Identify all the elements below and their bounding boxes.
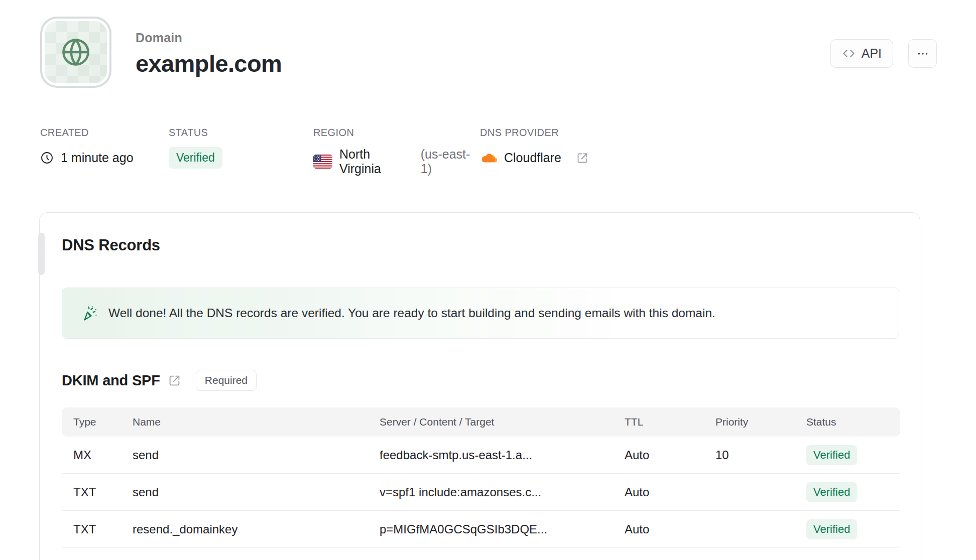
cell-type: TXT (73, 485, 133, 499)
page-header: Domain example.com API (0, 0, 976, 88)
meta-status: STATUS Verified (169, 127, 313, 176)
region-label: REGION (313, 127, 480, 138)
column-header-priority: Priority (715, 416, 806, 428)
page-eyebrow: Domain (136, 31, 282, 45)
more-options-button[interactable] (908, 39, 937, 68)
dns-records-card: DNS Records Well done! All the DNS recor… (39, 212, 920, 560)
dkim-spf-title: DKIM and SPF (62, 372, 160, 389)
record-status-badge: Verified (806, 482, 857, 502)
cell-type: TXT (73, 522, 133, 536)
cell-name: resend._domainkey (133, 522, 380, 536)
domain-avatar (40, 17, 111, 88)
status-label: STATUS (169, 127, 313, 138)
party-popper-icon (81, 305, 98, 322)
meta-created: CREATED 1 minute ago (40, 127, 169, 176)
record-status-badge: Verified (806, 445, 857, 465)
dns-provider-label: DNS PROVIDER (480, 127, 588, 138)
table-header-row: Type Name Server / Content / Target TTL … (62, 407, 900, 437)
success-banner: Well done! All the DNS records are verif… (62, 288, 899, 339)
cell-ttl: Auto (625, 485, 715, 499)
clock-icon (40, 151, 54, 165)
record-status-badge: Verified (806, 519, 857, 539)
cloudflare-icon (480, 152, 497, 164)
status-badge: Verified (169, 147, 222, 169)
cell-server: v=spf1 include:amazonses.c... (380, 485, 625, 499)
cell-server: p=MIGfMA0GCSqGSIb3DQE... (380, 522, 625, 536)
cell-name: send (133, 448, 380, 462)
table-row[interactable]: TXT resend._domainkey p=MIGfMA0GCSqGSIb3… (62, 511, 900, 548)
dns-provider-value: Cloudflare (504, 151, 561, 165)
created-value: 1 minute ago (61, 151, 134, 165)
dns-records-table: Type Name Server / Content / Target TTL … (62, 407, 900, 548)
cell-ttl: Auto (625, 522, 715, 536)
column-header-ttl: TTL (625, 416, 715, 428)
header-actions: API (830, 17, 937, 68)
table-row[interactable]: TXT send v=spf1 include:amazonses.c... A… (62, 474, 900, 511)
dkim-spf-section-head: DKIM and SPF Required (62, 370, 899, 391)
domain-detail-page: Domain example.com API (0, 0, 976, 560)
ellipsis-icon (916, 47, 929, 60)
us-flag-icon (313, 155, 332, 169)
region-value: North Virginia (339, 147, 414, 176)
table-row[interactable]: MX send feedback-smtp.us-east-1.a... Aut… (62, 437, 900, 474)
cell-priority: 10 (715, 448, 806, 462)
cell-server: feedback-smtp.us-east-1.a... (380, 448, 625, 462)
dkim-spf-external-link-icon[interactable] (168, 374, 181, 387)
region-code: (us-east-1) (421, 147, 480, 176)
cell-name: send (133, 485, 380, 499)
card-accent-pill (38, 233, 45, 275)
domain-meta-row: CREATED 1 minute ago STATUS Verified REG… (0, 127, 976, 176)
cell-ttl: Auto (625, 448, 715, 462)
globe-icon (60, 36, 92, 68)
api-button[interactable]: API (830, 39, 893, 68)
column-header-status: Status (806, 416, 900, 428)
title-block: Domain example.com (136, 17, 282, 77)
column-header-server: Server / Content / Target (380, 416, 625, 428)
created-label: CREATED (40, 127, 169, 138)
required-badge: Required (196, 370, 257, 391)
meta-region: REGION (313, 127, 480, 176)
api-button-label: API (862, 46, 882, 61)
cell-type: MX (73, 448, 133, 462)
column-header-type: Type (73, 416, 133, 428)
success-message: Well done! All the DNS records are verif… (108, 306, 715, 320)
column-header-name: Name (133, 416, 380, 428)
dns-provider-external-link-icon[interactable] (576, 152, 588, 164)
code-icon (842, 47, 856, 60)
meta-dns-provider: DNS PROVIDER Cloudflare (480, 127, 588, 176)
page-title: example.com (136, 50, 282, 77)
dns-records-title: DNS Records (62, 236, 899, 254)
